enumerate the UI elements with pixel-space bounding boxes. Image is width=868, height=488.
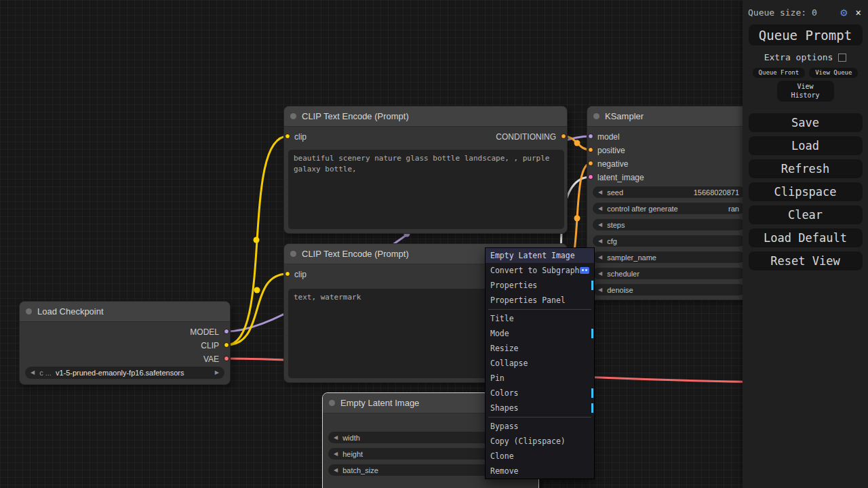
queue-front-button[interactable]: Queue Front bbox=[753, 68, 806, 78]
output-label-conditioning: CONDITIONING bbox=[496, 131, 556, 142]
previous-arrow-icon[interactable]: ◀ bbox=[31, 370, 35, 375]
input-label-model: model bbox=[597, 131, 620, 142]
load-button[interactable]: Load bbox=[749, 136, 863, 155]
collapse-dot-icon[interactable] bbox=[329, 400, 335, 406]
save-button[interactable]: Save bbox=[749, 113, 863, 132]
extra-options-checkbox[interactable] bbox=[838, 54, 846, 62]
submenu-indicator-icon bbox=[591, 281, 593, 290]
decrement-arrow-icon[interactable]: ◀ bbox=[598, 287, 602, 293]
menu-item-resize[interactable]: Resize bbox=[486, 341, 594, 356]
output-port-model[interactable] bbox=[224, 329, 229, 334]
input-label-negative: negative bbox=[597, 159, 628, 169]
combo-prefix: c ... bbox=[39, 369, 52, 377]
menu-item-label: Properties Panel bbox=[490, 296, 566, 305]
menu-item-properties[interactable]: Properties bbox=[486, 278, 594, 293]
decrement-arrow-icon[interactable]: ◀ bbox=[598, 255, 602, 260]
menu-item-title[interactable]: Title bbox=[486, 311, 594, 326]
input-port-model[interactable] bbox=[588, 134, 593, 139]
view-history-button[interactable]: View History bbox=[777, 81, 834, 102]
load-default-button[interactable]: Load Default bbox=[749, 228, 863, 247]
denoise-widget[interactable]: ◀ denoise bbox=[593, 284, 745, 296]
link-dot-conditioning-1 bbox=[574, 140, 580, 146]
menu-item-label: Remove bbox=[490, 466, 519, 476]
decrement-arrow-icon[interactable]: ◀ bbox=[334, 468, 338, 473]
menu-item-label: Convert to Subgraph bbox=[490, 266, 580, 275]
menu-item-label: Copy (Clipspace) bbox=[490, 436, 566, 446]
menu-item-clone[interactable]: Clone bbox=[486, 449, 594, 464]
refresh-button[interactable]: Refresh bbox=[749, 159, 863, 178]
menu-item-copy-clipspace[interactable]: Copy (Clipspace) bbox=[486, 434, 594, 449]
menu-item-label: Title bbox=[490, 314, 514, 323]
link-dot-conditioning-2 bbox=[574, 216, 580, 222]
decrement-arrow-icon[interactable]: ◀ bbox=[598, 239, 602, 244]
close-icon[interactable]: ✕ bbox=[856, 7, 861, 18]
input-port-latent-image[interactable] bbox=[588, 174, 593, 180]
node-header[interactable]: Load Checkpoint bbox=[20, 302, 230, 322]
menu-item-pin[interactable]: Pin bbox=[486, 371, 594, 386]
widget-label: batch_size bbox=[342, 466, 378, 474]
menu-item-remove[interactable]: Remove bbox=[486, 464, 594, 479]
decrement-arrow-icon[interactable]: ◀ bbox=[598, 206, 602, 211]
decrement-arrow-icon[interactable]: ◀ bbox=[334, 435, 338, 441]
clipspace-button[interactable]: Clipspace bbox=[749, 182, 863, 201]
node-load-checkpoint[interactable]: Load Checkpoint MODEL CLIP VAE ◀ c ... v… bbox=[19, 301, 231, 385]
output-port-clip[interactable] bbox=[224, 342, 229, 348]
clear-button[interactable]: Clear bbox=[749, 205, 863, 224]
input-label-clip: clip bbox=[294, 269, 307, 280]
decrement-arrow-icon[interactable]: ◀ bbox=[598, 190, 602, 195]
input-port-clip[interactable] bbox=[285, 271, 290, 277]
wire-clip-1 bbox=[226, 136, 288, 345]
input-port-negative[interactable] bbox=[588, 161, 593, 166]
widget-label: seed bbox=[607, 188, 623, 197]
graph-canvas[interactable]: CLIP Text Encode (Prompt) clip CONDITION… bbox=[0, 0, 868, 488]
menu-item-collapse[interactable]: Collapse bbox=[486, 356, 594, 371]
menu-item-mode[interactable]: Mode bbox=[486, 326, 594, 341]
view-queue-button[interactable]: View Queue bbox=[809, 68, 858, 78]
collapse-dot-icon[interactable] bbox=[290, 251, 296, 257]
widget-value: ran bbox=[724, 205, 739, 213]
node-clip-text-encode-positive[interactable]: CLIP Text Encode (Prompt) clip CONDITION… bbox=[283, 106, 568, 234]
node-ksampler[interactable]: KSampler model positive negative latent_… bbox=[587, 106, 749, 300]
steps-widget[interactable]: ◀ steps bbox=[593, 219, 745, 230]
node-title: Empty Latent Image bbox=[340, 398, 419, 408]
prompt-textarea[interactable]: beautiful scenery nature glass bottle la… bbox=[288, 150, 564, 229]
menu-item-properties-panel[interactable]: Properties Panel bbox=[486, 293, 594, 308]
collapse-dot-icon[interactable] bbox=[290, 113, 296, 119]
collapse-dot-icon[interactable] bbox=[593, 113, 599, 119]
decrement-arrow-icon[interactable]: ◀ bbox=[334, 451, 338, 457]
node-title: KSampler bbox=[605, 111, 644, 121]
widget-label: height bbox=[342, 450, 363, 458]
node-context-menu: Empty Latent Image Convert to Subgraph P… bbox=[485, 247, 595, 479]
widget-label: denoise bbox=[607, 286, 633, 294]
node-header[interactable]: CLIP Text Encode (Prompt) bbox=[284, 106, 567, 127]
reset-view-button[interactable]: Reset View bbox=[749, 251, 863, 270]
menu-item-colors[interactable]: Colors bbox=[486, 386, 594, 401]
control-after-generate-widget[interactable]: ◀ control after generate ran bbox=[593, 203, 745, 214]
output-port-vae[interactable] bbox=[224, 356, 229, 361]
combo-value: v1-5-pruned-emaonly-fp16.safetensors bbox=[56, 369, 215, 377]
decrement-arrow-icon[interactable]: ◀ bbox=[598, 271, 602, 277]
collapse-dot-icon[interactable] bbox=[26, 308, 32, 314]
decrement-arrow-icon[interactable]: ◀ bbox=[598, 222, 602, 228]
cfg-widget[interactable]: ◀ cfg bbox=[593, 235, 745, 247]
settings-gear-icon[interactable]: ⚙ bbox=[840, 5, 847, 19]
menu-item-bypass[interactable]: Bypass bbox=[486, 419, 594, 434]
sampler-name-widget[interactable]: ◀ sampler_name bbox=[593, 251, 745, 263]
next-arrow-icon[interactable]: ▶ bbox=[215, 370, 219, 375]
ckpt-name-combo[interactable]: ◀ c ... v1-5-pruned-emaonly-fp16.safeten… bbox=[25, 367, 224, 379]
comfy-menu-panel: Queue size: 0 ⚙ ✕ Queue Prompt Extra opt… bbox=[743, 0, 868, 488]
menu-item-label: Pin bbox=[490, 373, 505, 383]
widget-label: cfg bbox=[607, 237, 617, 245]
scheduler-widget[interactable]: ◀ scheduler bbox=[593, 268, 745, 279]
input-label-positive: positive bbox=[597, 145, 625, 156]
input-port-positive[interactable] bbox=[588, 147, 593, 152]
output-port-conditioning[interactable] bbox=[561, 134, 566, 139]
widget-value: 15668020871 bbox=[690, 188, 739, 197]
output-label-model: MODEL bbox=[190, 327, 219, 338]
queue-prompt-button[interactable]: Queue Prompt bbox=[749, 24, 863, 45]
node-header[interactable]: KSampler bbox=[587, 106, 749, 127]
menu-item-convert-to-subgraph[interactable]: Convert to Subgraph bbox=[486, 263, 594, 278]
input-port-clip[interactable] bbox=[285, 134, 290, 139]
menu-item-shapes[interactable]: Shapes bbox=[486, 401, 594, 415]
seed-widget[interactable]: ◀ seed 15668020871 bbox=[593, 186, 745, 198]
